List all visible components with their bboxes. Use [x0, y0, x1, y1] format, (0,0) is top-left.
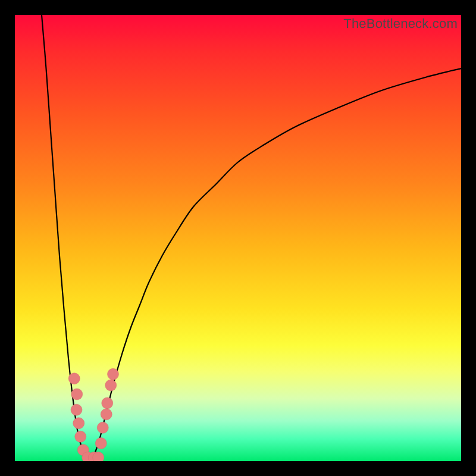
- dot: [71, 389, 83, 400]
- dot: [108, 368, 119, 380]
- dot: [75, 431, 86, 442]
- dot: [73, 418, 84, 429]
- chart-frame: TheBottleneck.com: [0, 0, 476, 476]
- dot: [95, 438, 107, 449]
- dot: [71, 404, 82, 415]
- left-curve: [42, 15, 91, 461]
- dot: [102, 397, 113, 409]
- right-curve: [91, 68, 462, 461]
- dot: [68, 373, 80, 384]
- watermark-text: TheBottleneck.com: [343, 16, 458, 32]
- curves-layer: [15, 15, 461, 461]
- plot-area: TheBottleneck.com: [15, 15, 461, 461]
- dot: [101, 409, 112, 420]
- dot: [105, 380, 117, 391]
- dot: [97, 422, 108, 433]
- highlight-dots: [68, 368, 118, 461]
